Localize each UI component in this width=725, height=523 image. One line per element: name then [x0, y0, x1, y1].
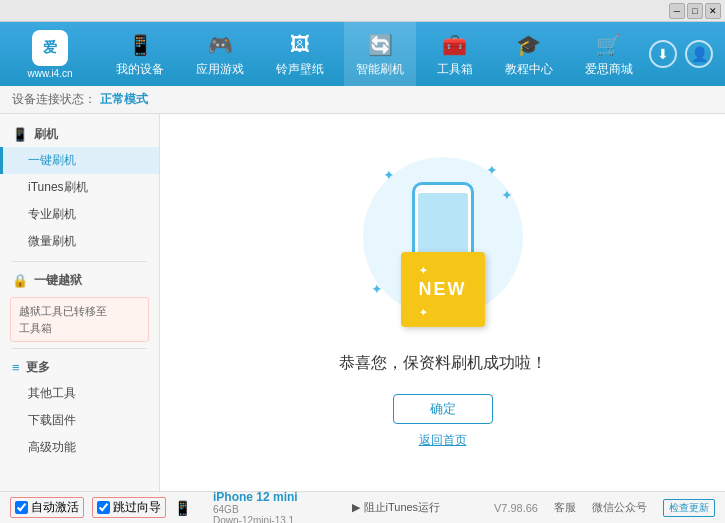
- device-model: Down-12mini-13,1: [213, 515, 298, 524]
- sidebar-section-jailbreak-header: 🔒 一键越狱: [0, 268, 159, 293]
- status-label: 设备连接状态：: [12, 91, 96, 108]
- nav-apps-games[interactable]: 🎮 应用游戏: [184, 22, 256, 86]
- sidebar-item-micro-flash[interactable]: 微量刷机: [0, 228, 159, 255]
- user-btn[interactable]: 👤: [685, 40, 713, 68]
- nav-right: ⬇ 👤: [649, 40, 725, 68]
- apps-icon: 🎮: [206, 31, 234, 59]
- sparkle-4: ✦: [371, 281, 383, 297]
- sidebar: 📱 刷机 一键刷机 iTunes刷机 专业刷机 微量刷机 🔒 一键越狱 越狱工具…: [0, 114, 160, 491]
- sidebar-section-more: ≡ 更多 其他工具 下载固件 高级功能: [0, 355, 159, 461]
- nav-smart-shop[interactable]: 🔄 智能刷机: [344, 22, 416, 86]
- auto-start-checkbox[interactable]: 自动激活: [10, 497, 84, 518]
- itunes-icon: ▶: [352, 501, 360, 514]
- support-link[interactable]: 客服: [554, 500, 576, 515]
- success-title: 恭喜您，保资料刷机成功啦！: [339, 353, 547, 374]
- new-badge: NEW: [401, 252, 485, 327]
- flash-section-icon: 📱: [12, 127, 28, 142]
- shop-icon: 🛒: [595, 31, 623, 59]
- auto-start-label: 自动激活: [31, 499, 79, 516]
- bottom-right: V7.98.66 客服 微信公众号 检查更新: [494, 499, 715, 517]
- wechat-link[interactable]: 微信公众号: [592, 500, 647, 515]
- nav-shop[interactable]: 🛒 爱思商城: [573, 22, 645, 86]
- title-bar: ─ □ ✕: [0, 0, 725, 22]
- bottom-bar: 自动激活 跳过向导 📱 iPhone 12 mini 64GB Down-12m…: [0, 491, 725, 523]
- sidebar-item-other-tools[interactable]: 其他工具: [0, 380, 159, 407]
- main: 📱 刷机 一键刷机 iTunes刷机 专业刷机 微量刷机 🔒 一键越狱 越狱工具…: [0, 114, 725, 491]
- status-bar: 设备连接状态： 正常模式: [0, 86, 725, 114]
- nav-items: 📱 我的设备 🎮 应用游戏 🖼 铃声壁纸 🔄 智能刷机 🧰 工具箱 🎓 教程中心…: [100, 22, 649, 86]
- confirm-button[interactable]: 确定: [393, 394, 493, 424]
- smart-shop-icon: 🔄: [366, 31, 394, 59]
- skip-wizard-label: 跳过向导: [113, 499, 161, 516]
- skip-wizard-input[interactable]: [97, 501, 110, 514]
- sparkle-1: ✦: [383, 167, 395, 183]
- success-container: ✦ ✦ ✦ ✦ NEW 恭喜您，保资料刷机成功啦！ 确定 返回首页: [339, 157, 547, 449]
- toolbox-icon: 🧰: [441, 31, 469, 59]
- maximize-btn[interactable]: □: [687, 3, 703, 19]
- sidebar-section-more-header: ≡ 更多: [0, 355, 159, 380]
- sidebar-item-one-click-flash[interactable]: 一键刷机: [0, 147, 159, 174]
- nav-toolbox[interactable]: 🧰 工具箱: [425, 22, 485, 86]
- header: 爱 www.i4.cn 📱 我的设备 🎮 应用游戏 🖼 铃声壁纸 🔄 智能刷机 …: [0, 22, 725, 86]
- sidebar-item-itunes-flash[interactable]: iTunes刷机: [0, 174, 159, 201]
- sidebar-section-flash: 📱 刷机 一键刷机 iTunes刷机 专业刷机 微量刷机: [0, 122, 159, 255]
- content-area: ✦ ✦ ✦ ✦ NEW 恭喜您，保资料刷机成功啦！ 确定 返回首页: [160, 114, 725, 491]
- sidebar-jailbreak-notice: 越狱工具已转移至工具箱: [10, 297, 149, 342]
- logo-icon: 爱: [32, 30, 68, 66]
- close-btn[interactable]: ✕: [705, 3, 721, 19]
- jailbreak-section-icon: 🔒: [12, 273, 28, 288]
- minimize-btn[interactable]: ─: [669, 3, 685, 19]
- check-update-btn[interactable]: 检查更新: [663, 499, 715, 517]
- sidebar-divider-2: [12, 348, 147, 349]
- skip-wizard-checkbox[interactable]: 跳过向导: [92, 497, 166, 518]
- phone-illustration: ✦ ✦ ✦ ✦ NEW: [363, 157, 523, 337]
- download-btn[interactable]: ⬇: [649, 40, 677, 68]
- itunes-status[interactable]: 阻止iTunes运行: [364, 500, 441, 515]
- device-name: iPhone 12 mini: [213, 490, 298, 504]
- wallpaper-icon: 🖼: [286, 31, 314, 59]
- version-text: V7.98.66: [494, 502, 538, 514]
- nav-tutorial[interactable]: 🎓 教程中心: [493, 22, 565, 86]
- nav-my-device[interactable]: 📱 我的设备: [104, 22, 176, 86]
- sidebar-item-pro-flash[interactable]: 专业刷机: [0, 201, 159, 228]
- sidebar-divider-1: [12, 261, 147, 262]
- sidebar-item-advanced[interactable]: 高级功能: [0, 434, 159, 461]
- status-value: 正常模式: [100, 91, 148, 108]
- device-info: iPhone 12 mini 64GB Down-12mini-13,1: [213, 490, 298, 524]
- more-section-icon: ≡: [12, 360, 20, 375]
- bottom-left: 自动激活 跳过向导 📱 iPhone 12 mini 64GB Down-12m…: [10, 490, 298, 524]
- sidebar-section-jailbreak: 🔒 一键越狱 越狱工具已转移至工具箱: [0, 268, 159, 342]
- logo-subtitle: www.i4.cn: [27, 68, 72, 79]
- sparkle-3: ✦: [501, 187, 513, 203]
- device-bottom-icon: 📱: [174, 500, 191, 516]
- bottom-center: ▶ 阻止iTunes运行: [352, 500, 441, 515]
- logo[interactable]: 爱 www.i4.cn: [0, 26, 100, 83]
- nav-wallpaper[interactable]: 🖼 铃声壁纸: [264, 22, 336, 86]
- auto-start-input[interactable]: [15, 501, 28, 514]
- device-icon: 📱: [126, 31, 154, 59]
- tutorial-icon: 🎓: [515, 31, 543, 59]
- sidebar-item-download-firmware[interactable]: 下载固件: [0, 407, 159, 434]
- sidebar-section-flash-header: 📱 刷机: [0, 122, 159, 147]
- device-storage: 64GB: [213, 504, 298, 515]
- back-link[interactable]: 返回首页: [419, 432, 467, 449]
- sparkle-2: ✦: [486, 162, 498, 178]
